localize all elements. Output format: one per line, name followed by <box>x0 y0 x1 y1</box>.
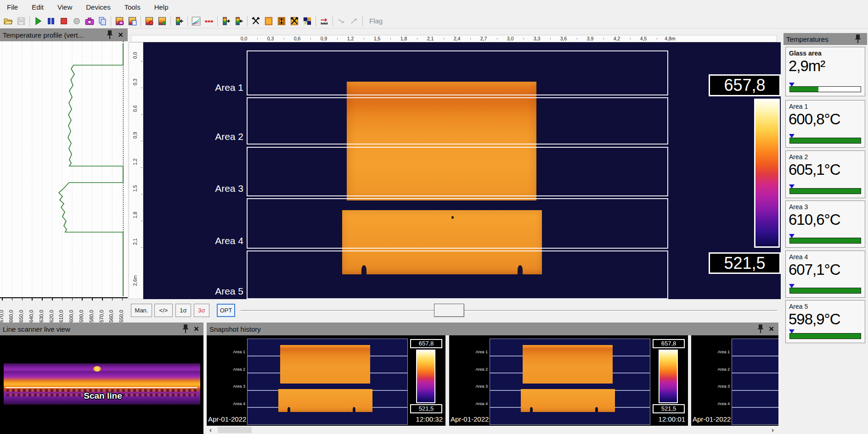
copy-icon[interactable] <box>96 15 108 27</box>
measurement-area-box[interactable] <box>247 198 668 249</box>
reading-area-1[interactable]: Area 1600,8°C <box>785 100 865 148</box>
pin-icon[interactable] <box>854 35 862 43</box>
profile-axis-label: 620,0 <box>49 300 54 323</box>
reading-area-4[interactable]: Area 4607,1°C <box>785 250 865 298</box>
profile-curves-icon[interactable] <box>190 15 202 27</box>
camera-icon[interactable] <box>84 15 96 27</box>
thumb-area-box <box>732 356 778 373</box>
area-tools-icon[interactable] <box>288 15 300 27</box>
copy-image-icon[interactable] <box>126 15 138 27</box>
toolbar-separator <box>217 16 218 26</box>
pin-icon[interactable] <box>106 31 113 39</box>
toolbar-separator <box>247 16 248 26</box>
palette-import-icon[interactable] <box>173 15 185 27</box>
reading-area-2[interactable]: Area 2605,1°C <box>785 150 865 198</box>
close-icon[interactable]: × <box>769 325 774 333</box>
h-ruler-tick <box>364 38 364 39</box>
snapshot-thumbnail[interactable]: Area 1Area 2Area 3Area 4657,8521,5Apr-01… <box>691 335 778 426</box>
thumb-scale-max: 657,8 <box>653 339 685 348</box>
h-ruler-tick <box>524 38 524 39</box>
close-icon[interactable]: × <box>194 325 199 333</box>
thumb-area-label: Area 2 <box>219 367 245 372</box>
profile-x-axis: 670,0660,0650,0640,0630,0620,0610,0600,0… <box>0 297 128 323</box>
thumb-glass-sheet-1 <box>280 345 370 384</box>
snapshot-scrollbar[interactable]: ‹ › <box>207 426 778 434</box>
flag-button[interactable]: Flag <box>365 16 387 26</box>
pin-icon[interactable] <box>182 325 189 333</box>
palette-shift-left-icon[interactable] <box>233 15 245 27</box>
h-ruler-label: 4,5 <box>636 36 651 41</box>
thumb-glass-sheet-1 <box>523 345 613 384</box>
tools-icon[interactable] <box>250 15 262 27</box>
reading-glass-area[interactable]: Glass area2,9m² <box>785 47 865 96</box>
profile-axis-label: 630,0 <box>39 300 44 323</box>
pan-icon[interactable] <box>335 15 347 27</box>
snapshot-thumbnail[interactable]: Area 1Area 2Area 3Area 4657,8521,5Apr-01… <box>207 335 445 426</box>
reading-area-5[interactable]: Area 5598,9°C <box>785 300 865 343</box>
reading-marker-icon <box>789 284 795 288</box>
thumb-glass-sheet-2 <box>278 389 372 412</box>
scrollbar-thumb[interactable] <box>218 427 252 433</box>
control-button-man[interactable]: Man. <box>131 304 152 317</box>
reading-area-3[interactable]: Area 3610,6°C <box>785 200 865 248</box>
v-ruler-tick <box>141 61 142 61</box>
mosaic-icon[interactable] <box>301 15 313 27</box>
save-image-icon[interactable] <box>113 15 125 27</box>
position-slider-track[interactable] <box>241 310 777 312</box>
palette-shift-right-icon[interactable] <box>220 15 232 27</box>
control-button-[interactable]: </> <box>154 304 173 317</box>
measurement-area-box[interactable] <box>247 97 668 145</box>
open-icon[interactable] <box>2 15 14 27</box>
measure-icon[interactable] <box>318 15 330 27</box>
close-icon[interactable]: × <box>118 31 123 39</box>
control-button-opt[interactable]: OPT <box>217 304 235 317</box>
stop-icon[interactable] <box>58 15 70 27</box>
save-icon[interactable] <box>15 15 27 27</box>
menu-file[interactable]: File <box>0 1 25 13</box>
v-ruler-tick <box>141 247 142 248</box>
reading-bar-fill <box>790 138 861 143</box>
toolbar-separator <box>29 16 30 26</box>
reading-marker-icon <box>789 83 795 87</box>
pin-icon[interactable] <box>757 325 764 333</box>
pause-icon[interactable] <box>45 15 57 27</box>
area-label: Area 2 <box>182 131 243 142</box>
record-icon[interactable] <box>71 15 83 27</box>
red-dashes-icon[interactable] <box>203 15 215 27</box>
h-ruler-label: 2,1 <box>423 36 438 41</box>
position-slider-thumb[interactable] <box>434 304 464 317</box>
profile-axis-label: 570,0 <box>99 300 104 323</box>
h-ruler-label: 2,7 <box>476 36 491 41</box>
h-ruler-label: 3,3 <box>529 36 545 41</box>
export-image-icon[interactable] <box>156 15 168 27</box>
menu-view[interactable]: View <box>51 1 79 13</box>
control-button-1[interactable]: 1σ <box>175 304 191 317</box>
temperatures-panel: Temperatures Glass area2,9m²Area 1600,8°… <box>782 28 868 434</box>
scroll-left-icon[interactable]: ‹ <box>209 426 212 434</box>
profile-axis-label: 670,0 <box>0 300 4 323</box>
menu-devices[interactable]: Devices <box>79 1 117 13</box>
measurement-area-box[interactable] <box>247 147 668 196</box>
thermal-image-viewport[interactable]: Area 1Area 2Area 3Area 4Area 5 657,8 521… <box>143 42 781 299</box>
control-button-3[interactable]: 3σ <box>194 304 209 317</box>
record-snapshot-icon[interactable] <box>143 15 155 27</box>
scroll-right-icon[interactable]: › <box>772 426 774 434</box>
thermal-area-icon[interactable] <box>263 15 275 27</box>
menu-tools[interactable]: Tools <box>118 1 147 13</box>
toolbar-separator <box>111 16 111 26</box>
reading-bar <box>789 288 861 294</box>
v-ruler-label: 0,0 <box>132 42 138 59</box>
h-ruler-label: 4,8m <box>662 36 678 41</box>
reading-marker-icon <box>789 234 795 238</box>
reading-bar <box>789 188 861 194</box>
measurement-area-box[interactable] <box>247 250 668 299</box>
zoom-arrow-icon[interactable] <box>348 15 360 27</box>
h-ruler-label: 4,2 <box>609 36 625 41</box>
snapshot-thumbnail[interactable]: Area 1Area 2Area 3Area 4657,8521,5Apr-01… <box>449 335 688 426</box>
menu-edit[interactable]: Edit <box>25 1 51 13</box>
scale-min-value: 521,5 <box>709 252 781 274</box>
measurement-area-box[interactable] <box>247 50 668 95</box>
menu-help[interactable]: Help <box>147 1 175 13</box>
area-height-icon[interactable] <box>276 15 287 27</box>
start-icon[interactable] <box>32 15 44 27</box>
